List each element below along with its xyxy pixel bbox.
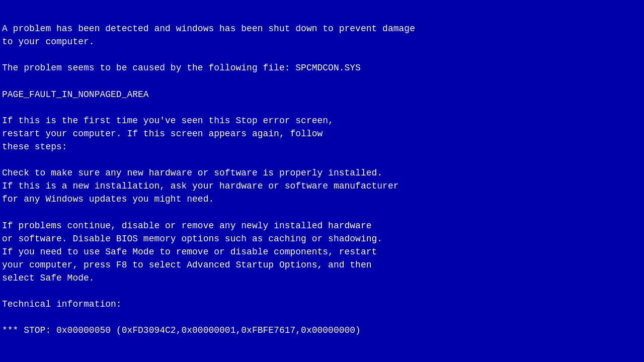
bsod-line-19: select Safe Mode. — [2, 272, 639, 285]
bsod-line-5: PAGE_FAULT_IN_NONPAGED_AREA — [2, 88, 639, 101]
bsod-line-13: for any Windows updates you might need. — [2, 193, 639, 206]
bsod-line-8: restart your computer. If this screen ap… — [2, 127, 639, 140]
bsod-line-15: If problems continue, disable or remove … — [2, 219, 639, 232]
bsod-line-18: your computer, press F8 to select Advanc… — [2, 258, 639, 272]
bsod-line-3: The problem seems to be caused by the fo… — [2, 61, 639, 74]
bsod-line-9: these steps: — [2, 140, 639, 153]
bsod-line-4 — [2, 74, 639, 87]
bsod-line-12: If this is a new installation, ask your … — [2, 179, 639, 193]
bsod-line-17: If you need to use Safe Mode to remove o… — [2, 245, 639, 258]
bsod-line-20 — [2, 285, 639, 298]
bsod-screen: A problem has been detected and windows … — [0, 0, 644, 362]
bsod-line-0: A problem has been detected and windows … — [2, 22, 639, 35]
bsod-line-10 — [2, 153, 639, 166]
bsod-line-16: or software. Disable BIOS memory options… — [2, 232, 639, 245]
bsod-line-1: to your computer. — [2, 35, 639, 48]
bsod-line-2 — [2, 48, 639, 61]
bsod-line-11: Check to make sure any new hardware or s… — [2, 166, 639, 179]
bsod-line-21: Technical information: — [2, 298, 639, 311]
bsod-line-7: If this is the first time you've seen th… — [2, 114, 639, 127]
bsod-line-6 — [2, 101, 639, 114]
bsod-line-22 — [2, 311, 639, 324]
bsod-line-14 — [2, 206, 639, 219]
bsod-line-23: *** STOP: 0x00000050 (0xFD3094C2,0x00000… — [2, 324, 639, 337]
